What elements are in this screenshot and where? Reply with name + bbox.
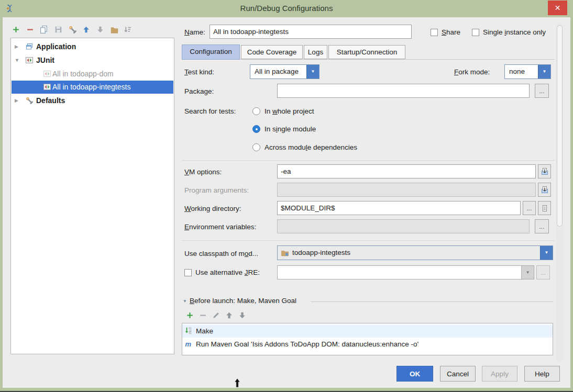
tree-item-junit[interactable]: ▼ JUnit [12, 54, 173, 67]
alternative-jre-combobox: ▼ [277, 265, 534, 279]
use-alternative-jre-checkbox[interactable] [184, 269, 192, 276]
new-folder-button[interactable] [109, 25, 119, 36]
task-row-maven-goal[interactable]: m Run Maven Goal 'Isis Addons ToDoApp DO… [182, 338, 553, 351]
task-label: Run Maven Goal 'Isis Addons ToDoApp DOM:… [196, 338, 418, 351]
working-directory-browse-button[interactable]: ... [523, 201, 536, 215]
remove-configuration-button[interactable] [25, 25, 35, 36]
environment-variables-browse-button[interactable]: ... [535, 219, 549, 233]
single-instance-label: Single instance only [483, 28, 546, 36]
expand-field-icon [541, 186, 549, 194]
mouse-cursor [234, 378, 241, 388]
scrollbar-thumb[interactable] [557, 25, 563, 227]
make-icon: 011001 [184, 327, 193, 335]
configurations-tree: ▶ Application ▼ JUnit All in todoapp-dom… [10, 38, 174, 354]
module-icon [281, 249, 289, 257]
before-launch-add-button[interactable] [184, 311, 195, 321]
classpath-module-combobox[interactable]: todoapp-integtests ▼ [277, 245, 553, 260]
insert-macro-button[interactable] [538, 201, 551, 215]
tab-logs[interactable]: Logs [304, 45, 327, 59]
test-kind-combobox[interactable]: All in package ▼ [250, 64, 319, 79]
junit-icon [43, 83, 51, 91]
before-launch-edit-button[interactable] [211, 311, 221, 321]
tree-item-label: All in todoapp-integtests [52, 81, 130, 94]
single-instance-checkbox[interactable] [472, 29, 479, 36]
tab-label: Logs [308, 48, 323, 56]
junit-icon [25, 56, 34, 64]
chevron-right-icon[interactable]: ▶ [15, 40, 22, 53]
edit-defaults-button[interactable] [67, 25, 78, 36]
application-icon [25, 42, 34, 51]
add-configuration-button[interactable] [10, 25, 21, 36]
vm-options-input[interactable] [277, 164, 536, 178]
tab-code-coverage[interactable]: Code Coverage [241, 45, 303, 59]
svg-text:m: m [185, 340, 192, 348]
move-down-icon [238, 311, 247, 320]
tab-configuration[interactable]: Configuration [182, 44, 240, 60]
radio-in-whole-project[interactable] [252, 107, 260, 115]
ok-button[interactable]: OK [396, 366, 433, 382]
tree-item-defaults[interactable]: ▶ Defaults [12, 94, 173, 107]
radio-in-single-module[interactable] [252, 125, 260, 133]
save-configuration-button[interactable] [53, 25, 63, 36]
sort-alphabetically-button[interactable] [122, 25, 133, 36]
radio-in-whole-project-label: In whole project [265, 107, 314, 115]
dropdown-arrow-icon: ▼ [521, 266, 534, 279]
working-directory-input[interactable] [277, 201, 521, 215]
tab-startup-connection[interactable]: Startup/Connection [328, 45, 405, 59]
move-down-button[interactable] [95, 25, 105, 36]
dropdown-arrow-icon[interactable]: ▼ [306, 65, 319, 79]
test-kind-value: All in package [255, 65, 299, 79]
move-up-button[interactable] [81, 25, 91, 36]
before-launch-move-up-button[interactable] [224, 311, 234, 321]
copy-configuration-button[interactable] [38, 25, 49, 36]
cancel-button[interactable]: Cancel [440, 366, 476, 382]
apply-button: Apply [482, 366, 517, 382]
before-launch-task-list: 011001 Make m Run Maven Goal 'Isis Addon… [182, 323, 553, 355]
tree-item-all-in-todoapp-dom[interactable]: All in todoapp-dom [12, 68, 173, 81]
remove-icon [26, 25, 35, 34]
share-checkbox[interactable] [431, 29, 438, 36]
package-browse-button[interactable]: ... [535, 84, 549, 98]
add-icon [185, 311, 194, 320]
program-arguments-input [277, 183, 536, 197]
fork-mode-combobox[interactable]: none ▼ [504, 64, 551, 79]
tree-item-all-in-todoapp-integtests[interactable]: All in todoapp-integtests [12, 81, 173, 94]
program-arguments-expand-button[interactable] [538, 183, 551, 197]
chevron-down-icon[interactable]: ▼ [15, 54, 22, 67]
before-launch-divider [311, 301, 553, 302]
separator [182, 240, 555, 241]
share-label: Share [442, 28, 460, 36]
tree-item-application[interactable]: ▶ Application [12, 40, 173, 53]
use-classpath-label: Use classpath of mod... [184, 250, 258, 257]
junit-icon [43, 70, 51, 78]
ellipsis-icon: ... [526, 205, 532, 212]
package-label: Package: [184, 87, 214, 95]
before-launch-title: Before launch: Make, Maven Goal [190, 297, 296, 305]
tree-item-label: All in todoapp-dom [52, 68, 114, 81]
vm-options-expand-button[interactable] [538, 164, 551, 178]
task-row-make[interactable]: 011001 Make [182, 324, 553, 338]
move-up-icon [225, 311, 234, 320]
new-folder-icon [110, 25, 119, 34]
fork-mode-value: none [509, 65, 525, 79]
close-button[interactable]: ✕ [548, 1, 567, 15]
title-bar[interactable]: Run/Debug Configurations ✕ [0, 0, 573, 17]
chevron-right-icon[interactable]: ▶ [15, 94, 22, 107]
ellipsis-icon: ... [541, 269, 546, 276]
fork-mode-label: Fork mode: [454, 68, 490, 76]
working-directory-label: Working directory: [184, 205, 241, 212]
collapse-triangle-icon[interactable]: ▼ [183, 299, 187, 304]
help-button[interactable]: Help [524, 366, 560, 382]
dropdown-arrow-icon[interactable]: ▼ [538, 65, 550, 79]
name-label: Name: [184, 28, 205, 36]
name-input[interactable] [210, 25, 412, 39]
package-input[interactable] [277, 84, 530, 98]
before-launch-remove-button[interactable] [197, 311, 208, 321]
test-kind-label: Test kind: [184, 68, 214, 76]
dropdown-arrow-icon[interactable]: ▼ [540, 246, 553, 260]
copy-icon [39, 25, 48, 34]
wrench-icon [25, 96, 34, 105]
pencil-icon [212, 311, 221, 320]
before-launch-move-down-button[interactable] [237, 311, 247, 321]
radio-across-module-dependencies[interactable] [252, 143, 260, 151]
